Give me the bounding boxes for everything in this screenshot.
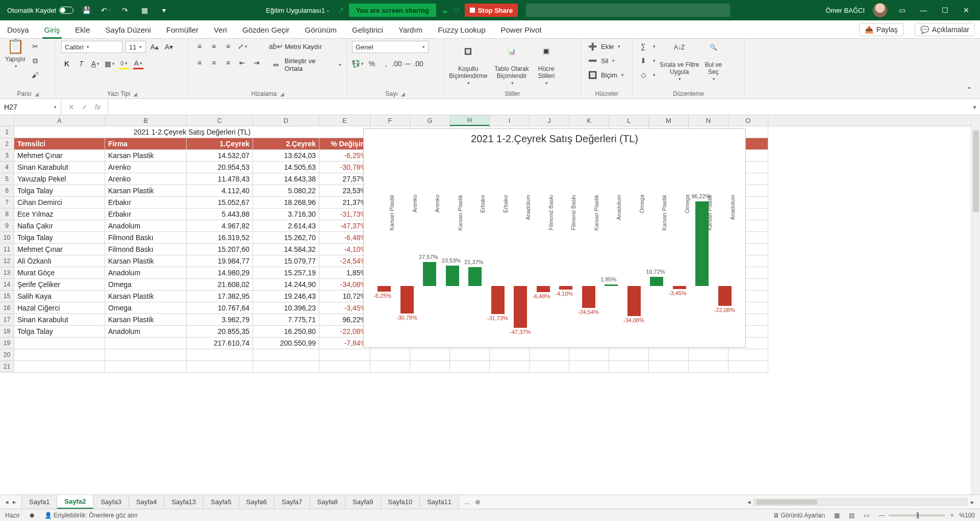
cell[interactable]: 15.207,60: [187, 244, 253, 255]
cell[interactable]: [649, 361, 689, 373]
align-right-icon[interactable]: ≡: [222, 57, 234, 68]
decrease-decimal-icon[interactable]: ←.00: [409, 58, 420, 69]
row-header[interactable]: 21: [0, 361, 14, 373]
formula-input[interactable]: [108, 99, 969, 115]
cell[interactable]: 1.Çeyrek: [187, 138, 253, 150]
row-header[interactable]: 17: [0, 314, 14, 326]
sheet-tab[interactable]: Sayfa3: [93, 495, 129, 509]
cell[interactable]: Erbakır: [105, 197, 187, 209]
cell[interactable]: 21.608,02: [187, 279, 253, 291]
tab-geliştirici[interactable]: Geliştirici: [350, 22, 385, 38]
cell[interactable]: [490, 361, 530, 373]
spreadsheet-grid[interactable]: ABCDEFGHIJKLMNO 12021 1-2.Çeyrek Satış D…: [0, 115, 980, 494]
cell[interactable]: 15.262,70: [253, 232, 319, 244]
bold-icon[interactable]: K: [61, 58, 72, 69]
new-sheet-icon[interactable]: ⊕: [475, 498, 481, 506]
row-header[interactable]: 1: [0, 126, 14, 138]
cell[interactable]: Murat Göçe: [14, 267, 105, 279]
decrease-indent-icon[interactable]: ⇤: [237, 57, 248, 68]
cell[interactable]: [609, 361, 649, 373]
cell[interactable]: 19.984,77: [187, 255, 253, 267]
fill-color-icon[interactable]: ◊▾: [118, 58, 130, 69]
cut-icon[interactable]: ✂: [30, 41, 41, 52]
sheet-tab[interactable]: Sayfa6: [239, 495, 274, 509]
row-header[interactable]: 20: [0, 349, 14, 361]
cell[interactable]: [689, 349, 728, 361]
share-button[interactable]: 📤 Paylaş: [859, 23, 903, 36]
cell[interactable]: Karsan Plastik: [105, 150, 187, 162]
underline-icon[interactable]: A▾: [90, 58, 101, 69]
cell[interactable]: [319, 349, 370, 361]
row-header[interactable]: 16: [0, 302, 14, 314]
cell[interactable]: [105, 361, 187, 373]
cell[interactable]: [14, 349, 105, 361]
sheet-tab[interactable]: Sayfa10: [381, 495, 420, 509]
cell[interactable]: [105, 349, 187, 361]
row-header[interactable]: 10: [0, 232, 14, 244]
cell[interactable]: Filmond Baskı: [105, 232, 187, 244]
sheet-next-icon[interactable]: ▸: [13, 498, 16, 506]
cell[interactable]: [105, 337, 187, 349]
cell[interactable]: 14.643,38: [253, 173, 319, 185]
cell[interactable]: 4.967,82: [187, 220, 253, 232]
format-as-table-button[interactable]: 📊Tablo Olarak Biçimlendir▾: [494, 45, 529, 87]
sheet-more-button[interactable]: ...: [464, 498, 470, 506]
horizontal-scrollbar[interactable]: ◂▸: [486, 495, 980, 509]
cell[interactable]: 3.716,30: [253, 209, 319, 220]
italic-icon[interactable]: T: [76, 58, 87, 69]
cell[interactable]: 14.244,90: [253, 279, 319, 291]
sheet-tab[interactable]: Sayfa9: [345, 495, 381, 509]
insert-cells-button[interactable]: ➕Ekle▾: [587, 41, 620, 52]
tab-görünüm[interactable]: Görünüm: [303, 22, 339, 38]
tab-formüller[interactable]: Formüller: [164, 22, 200, 38]
cell[interactable]: Sinan Karabulut: [14, 314, 105, 326]
cell[interactable]: [450, 361, 490, 373]
cell[interactable]: 27,57%: [319, 173, 370, 185]
cell[interactable]: 20.954,53: [187, 162, 253, 173]
cell[interactable]: -4,10%: [319, 244, 370, 255]
tab-veri[interactable]: Veri: [212, 22, 229, 38]
find-select-button[interactable]: 🔍Bul ve Seç▾: [703, 41, 723, 83]
delete-cells-button[interactable]: ➖Sil▾: [587, 55, 615, 66]
cell[interactable]: Karsan Plastik: [105, 255, 187, 267]
col-header-F[interactable]: F: [370, 115, 410, 126]
format-cells-button[interactable]: 🔲Biçim▾: [587, 69, 624, 81]
cell[interactable]: Karsan Plastik: [105, 314, 187, 326]
sheet-tab[interactable]: Sayfa8: [310, 495, 345, 509]
redo-icon[interactable]: ↷: [118, 4, 132, 17]
font-size-select[interactable]: 11▾: [125, 41, 146, 53]
display-settings-button[interactable]: 🖥 Görüntü Ayarları: [773, 512, 825, 519]
comma-format-icon[interactable]: ,: [381, 58, 392, 69]
cell[interactable]: [649, 349, 689, 361]
cell[interactable]: 17.382,95: [187, 291, 253, 302]
autosum-button[interactable]: ∑▾: [638, 41, 656, 52]
row-header[interactable]: 14: [0, 279, 14, 291]
cancel-formula-icon[interactable]: ✕: [68, 103, 74, 111]
fx-icon[interactable]: fx: [95, 103, 100, 111]
sheet-prev-icon[interactable]: ◂: [5, 498, 9, 506]
cell[interactable]: -34,08%: [319, 279, 370, 291]
align-middle-icon[interactable]: ≡: [208, 41, 219, 52]
sheet-tab[interactable]: Sayfa4: [129, 495, 164, 509]
cell[interactable]: 2.Çeyrek: [253, 138, 319, 150]
cell[interactable]: 14.584,32: [253, 244, 319, 255]
cell[interactable]: [530, 361, 569, 373]
tab-gözden geçir[interactable]: Gözden Geçir: [240, 22, 292, 38]
cell[interactable]: [187, 349, 253, 361]
cell[interactable]: Sinan Karabulut: [14, 162, 105, 173]
col-header-C[interactable]: C: [187, 115, 253, 126]
cell[interactable]: Ali Özkanlı: [14, 255, 105, 267]
cell[interactable]: 19.246,43: [253, 291, 319, 302]
cell[interactable]: Karsan Plastik: [105, 185, 187, 197]
cell[interactable]: [370, 361, 410, 373]
cell[interactable]: Yavuzalp Pekel: [14, 173, 105, 185]
orientation-icon[interactable]: ⤢▾: [237, 41, 248, 52]
number-format-select[interactable]: Genel▾: [352, 41, 429, 53]
cell[interactable]: [490, 349, 530, 361]
tab-yardım[interactable]: Yardım: [396, 22, 424, 38]
cell[interactable]: [253, 349, 319, 361]
col-header-L[interactable]: L: [609, 115, 649, 126]
col-header-G[interactable]: G: [410, 115, 450, 126]
macro-record-icon[interactable]: ⏺: [29, 512, 35, 519]
zoom-slider[interactable]: [889, 514, 945, 516]
